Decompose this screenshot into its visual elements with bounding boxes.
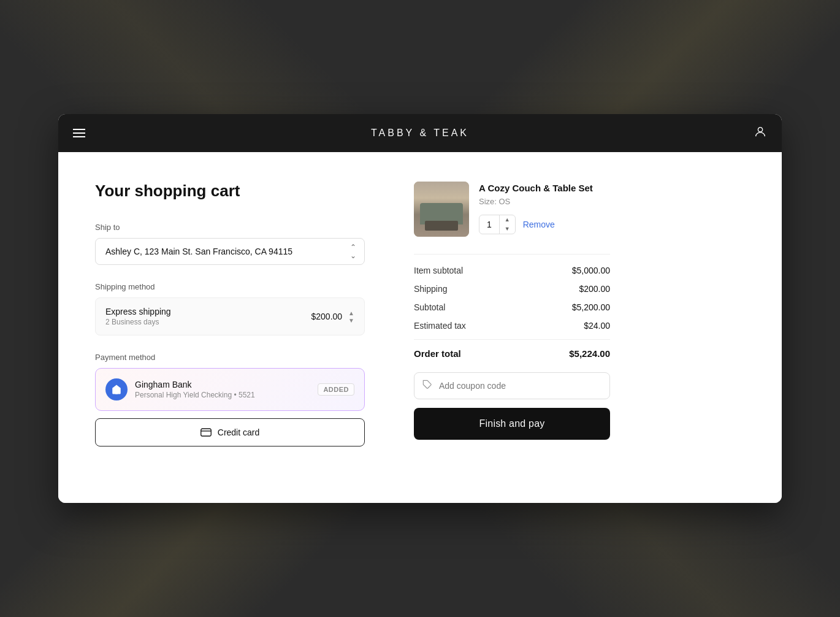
summary-divider xyxy=(414,254,610,255)
estimated-tax-label: Estimated tax xyxy=(414,321,466,331)
shipping-name: Express shipping xyxy=(105,307,171,316)
order-total-label: Order total xyxy=(414,348,461,359)
order-total-row: Order total $5,224.00 xyxy=(414,339,610,359)
payment-method-section: Payment method Gingham Bank Personal Hig… xyxy=(95,353,365,446)
ship-to-section: Ship to Ashley C, 123 Main St. San Franc… xyxy=(95,223,365,265)
shipping-arrows-icon[interactable]: ▲ ▼ xyxy=(348,310,354,324)
quantity-down-button[interactable]: ▼ xyxy=(500,224,515,234)
main-content: Your shopping cart Ship to Ashley C, 123… xyxy=(58,152,782,503)
address-select-wrapper: Ashley C, 123 Main St. San Francisco, CA… xyxy=(95,238,365,265)
product-name: A Cozy Couch & Table Set xyxy=(479,182,593,194)
page-title: Your shopping cart xyxy=(95,182,365,201)
left-column: Your shopping cart Ship to Ashley C, 123… xyxy=(95,182,365,464)
quantity-value: 1 xyxy=(479,216,499,233)
product-row: A Cozy Couch & Table Set Size: OS 1 ▲ ▼ … xyxy=(414,182,610,237)
main-window: TABBY & TEAK Your shopping cart Ship to … xyxy=(58,114,782,503)
shipping-label: Shipping xyxy=(414,284,448,294)
estimated-tax-row: Estimated tax $24.00 xyxy=(414,321,610,331)
svg-point-0 xyxy=(758,128,762,132)
shipping-price: $200.00 xyxy=(311,312,342,321)
coupon-input[interactable] xyxy=(414,372,610,399)
payment-card[interactable]: Gingham Bank Personal High Yield Checkin… xyxy=(95,368,365,411)
product-image-inner xyxy=(414,182,469,237)
address-select[interactable]: Ashley C, 123 Main St. San Francisco, CA… xyxy=(95,238,365,265)
right-column: A Cozy Couch & Table Set Size: OS 1 ▲ ▼ … xyxy=(414,182,610,464)
order-total-value: $5,224.00 xyxy=(569,348,610,359)
shipping-method-section: Shipping method Express shipping 2 Busin… xyxy=(95,282,365,335)
product-size: Size: OS xyxy=(479,197,593,206)
bank-account-detail: Personal High Yield Checking • 5521 xyxy=(135,391,255,399)
bank-icon xyxy=(105,378,128,400)
credit-card-label: Credit card xyxy=(218,427,259,437)
bank-details: Gingham Bank Personal High Yield Checkin… xyxy=(135,380,255,399)
bank-name: Gingham Bank xyxy=(135,380,255,389)
payment-method-label: Payment method xyxy=(95,353,365,362)
shipping-method-box: Express shipping 2 Business days $200.00… xyxy=(95,297,365,335)
added-badge: ADDED xyxy=(318,383,354,396)
shipping-price-wrapper: $200.00 ▲ ▼ xyxy=(311,310,354,324)
subtotal-label: Subtotal xyxy=(414,302,445,312)
product-quantity-row: 1 ▲ ▼ Remove xyxy=(479,215,593,234)
item-subtotal-row: Item subtotal $5,000.00 xyxy=(414,266,610,275)
header: TABBY & TEAK xyxy=(58,114,782,152)
site-title: TABBY & TEAK xyxy=(371,128,469,139)
credit-card-icon xyxy=(200,428,212,437)
menu-button[interactable] xyxy=(73,129,85,137)
item-subtotal-label: Item subtotal xyxy=(414,266,463,275)
shipping-days: 2 Business days xyxy=(105,318,171,326)
quantity-control: 1 ▲ ▼ xyxy=(479,215,516,234)
quantity-arrows: ▲ ▼ xyxy=(499,215,515,234)
subtotal-value: $5,200.00 xyxy=(572,302,610,312)
coupon-icon xyxy=(422,380,432,392)
product-image xyxy=(414,182,469,237)
estimated-tax-value: $24.00 xyxy=(584,321,610,331)
shipping-value: $200.00 xyxy=(579,284,610,294)
svg-rect-2 xyxy=(201,429,212,436)
bank-info: Gingham Bank Personal High Yield Checkin… xyxy=(105,378,255,400)
subtotal-row: Subtotal $5,200.00 xyxy=(414,302,610,312)
remove-button[interactable]: Remove xyxy=(523,220,555,229)
coupon-input-wrapper xyxy=(414,372,610,399)
shipping-row: Shipping $200.00 xyxy=(414,284,610,294)
product-details: A Cozy Couch & Table Set Size: OS 1 ▲ ▼ … xyxy=(479,182,593,237)
svg-rect-1 xyxy=(115,391,118,394)
shipping-info: Express shipping 2 Business days xyxy=(105,307,171,326)
quantity-up-button[interactable]: ▲ xyxy=(500,215,515,224)
finish-pay-button[interactable]: Finish and pay xyxy=(414,408,610,440)
user-button[interactable] xyxy=(754,125,767,141)
ship-to-label: Ship to xyxy=(95,223,365,232)
credit-card-button[interactable]: Credit card xyxy=(95,418,365,446)
item-subtotal-value: $5,000.00 xyxy=(572,266,610,275)
shipping-method-label: Shipping method xyxy=(95,282,365,291)
